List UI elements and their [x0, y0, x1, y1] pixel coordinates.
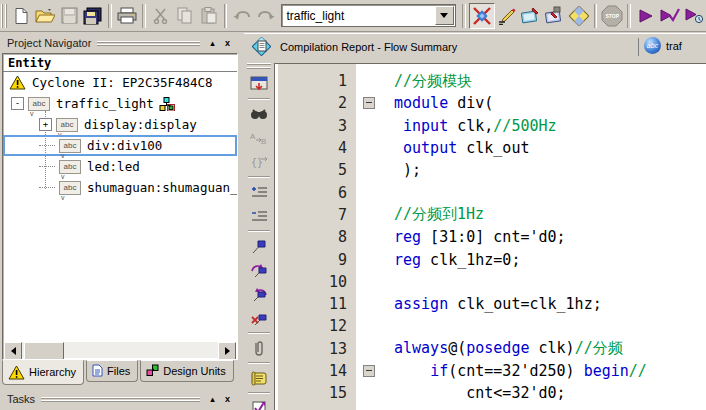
stop-processing-button[interactable]: STOP — [600, 4, 624, 28]
code-line[interactable]: 14 if(cnt==32'd250) begin// — [275, 360, 706, 382]
expand-expander-icon[interactable]: + — [39, 118, 52, 131]
copy-icon — [177, 7, 193, 24]
code-text: if(cnt==32'd250) begin// — [382, 362, 706, 380]
redo-button[interactable] — [254, 4, 278, 28]
collapse-expander-icon[interactable]: - — [11, 97, 24, 110]
abc-entity-icon: abc — [56, 118, 78, 132]
bookmark-clear-icon — [251, 311, 267, 326]
save-button[interactable] — [57, 4, 81, 28]
code-line[interactable]: 12 — [275, 315, 706, 337]
cut-button[interactable] — [149, 4, 173, 28]
code-line[interactable]: 9reg clk_1hz=0; — [275, 248, 706, 270]
tasks-collapse-button[interactable]: ▴ — [206, 393, 219, 405]
goto-matching-brace-button[interactable]: {} — [247, 151, 271, 173]
timing-closure-button[interactable] — [543, 4, 567, 28]
tree-item-display[interactable]: +abcdisplay:display — [3, 114, 237, 135]
tab-compilation-report[interactable]: Compilation Report - Flow Summary — [252, 37, 457, 56]
timing-analyzer-button[interactable] — [567, 4, 591, 28]
tree-horizontal-scrollbar[interactable] — [4, 342, 236, 358]
toggle-bookmark-button[interactable] — [247, 235, 271, 257]
tree-item-cyclone-ii[interactable]: Cyclone II: EP2C35F484C8 — [3, 72, 237, 93]
next-bookmark-button[interactable] — [247, 259, 271, 281]
document-tab-bar: Compilation Report - Flow Summary abc tr… — [244, 33, 706, 62]
tab-label: Files — [107, 365, 130, 377]
code-line[interactable]: 5 ); — [275, 159, 706, 181]
tab-hierarchy[interactable]: Hierarchy — [2, 360, 84, 385]
tab-source-file-label: traf — [666, 40, 682, 52]
insert-template-button[interactable] — [247, 367, 271, 389]
abc-file-icon: abc — [644, 37, 661, 54]
open-in-main-window-button[interactable] — [247, 73, 271, 95]
entity-selector[interactable]: traffic_light — [281, 4, 455, 27]
tab-source-file[interactable]: abc traf — [644, 37, 682, 54]
code-line[interactable]: 7//分频到1Hz — [275, 204, 706, 226]
tree-item-traffic_light[interactable]: -abctraffic_light — [3, 93, 237, 114]
paste-button[interactable] — [197, 4, 221, 28]
entity-selector-dropdown-button[interactable] — [435, 6, 454, 25]
panel-collapse-button[interactable]: ▴ — [206, 37, 219, 49]
braces-icon: {} — [250, 155, 268, 169]
code-line[interactable]: 13always@(posedge clk)//分频 — [275, 338, 706, 360]
open-file-button[interactable] — [33, 4, 57, 28]
tree-item-label: div:div100 — [87, 138, 162, 153]
tab-label: Hierarchy — [29, 366, 76, 378]
tab-files[interactable]: Files — [86, 360, 138, 382]
code-line[interactable]: 1//分频模块 — [275, 70, 706, 92]
new-file-button[interactable] — [9, 4, 33, 28]
print-button[interactable] — [115, 4, 139, 28]
find-button[interactable] — [247, 103, 271, 125]
scroll-left-button[interactable] — [4, 342, 22, 360]
settings-button[interactable] — [469, 3, 495, 29]
tab-design-units[interactable]: Design Units — [140, 360, 233, 382]
code-line[interactable]: 10 — [275, 271, 706, 293]
line-number: 10 — [275, 273, 356, 291]
undo-button[interactable] — [230, 4, 254, 28]
syntax-check-button[interactable] — [247, 397, 271, 410]
code-line[interactable]: 6 — [275, 181, 706, 203]
increase-indent-button[interactable] — [247, 181, 271, 203]
code-text: input clk,//500Hz — [382, 117, 706, 135]
toolbar-grip[interactable] — [1, 4, 7, 28]
clear-bookmarks-button[interactable] — [247, 307, 271, 329]
tasks-close-button[interactable]: x — [221, 393, 234, 405]
code-line[interactable]: 3 input clk,//500Hz — [275, 115, 706, 137]
scroll-icon — [251, 371, 268, 386]
previous-bookmark-button[interactable] — [247, 283, 271, 305]
fold-collapse-icon[interactable] — [363, 97, 375, 109]
code-line[interactable]: 4 output clk_out — [275, 137, 706, 159]
code-line[interactable]: 15 cnt<=32'd0; — [275, 382, 706, 404]
entity-column-header[interactable]: Entity — [3, 54, 237, 72]
timing-analyzer-icon — [569, 6, 589, 26]
code-line[interactable]: 11assign clk_out=clk_1hz; — [275, 293, 706, 315]
start-timing-analysis-button[interactable] — [682, 4, 706, 28]
tree-item-label: Cyclone II: EP2C35F484C8 — [32, 75, 213, 90]
tree-item-shumaguan[interactable]: abcshumaguan:shumaguan_dats — [3, 177, 237, 198]
code-line[interactable]: 8reg [31:0] cnt='d0; — [275, 226, 706, 248]
line-number: 15 — [275, 384, 356, 402]
code-text: output clk_out — [382, 139, 706, 157]
panel-grip[interactable] — [41, 397, 200, 402]
start-compilation-button[interactable] — [634, 4, 658, 28]
attach-button[interactable] — [247, 337, 271, 359]
scrollbar-thumb[interactable] — [24, 342, 64, 360]
code-text: reg [31:0] cnt='d0; — [382, 228, 706, 246]
line-number: 1 — [275, 72, 356, 90]
code-line[interactable]: 2module div( — [275, 92, 706, 114]
decrease-indent-button[interactable] — [247, 205, 271, 227]
editor-toolbar-grip[interactable] — [247, 63, 271, 70]
fold-collapse-icon[interactable] — [363, 365, 375, 377]
copy-button[interactable] — [173, 4, 197, 28]
scroll-right-button[interactable] — [218, 342, 236, 360]
save-all-button[interactable] — [81, 4, 105, 28]
panel-close-button[interactable]: x — [221, 37, 234, 49]
entity-selector-value: traffic_light — [282, 9, 434, 23]
start-analysis-button[interactable] — [658, 4, 682, 28]
tree-item-led[interactable]: abcled:led — [3, 156, 237, 177]
code-area[interactable]: 1//分频模块2module div(3 input clk,//500Hz4 … — [274, 63, 706, 410]
pin-planner-button[interactable] — [519, 4, 543, 28]
panel-grip[interactable] — [97, 41, 200, 46]
code-text: //分频到1Hz — [382, 205, 706, 224]
tree-item-div[interactable]: abcdiv:div100 — [3, 135, 237, 156]
find-replace-button[interactable]: AB — [247, 127, 271, 149]
assignment-editor-button[interactable] — [495, 4, 519, 28]
